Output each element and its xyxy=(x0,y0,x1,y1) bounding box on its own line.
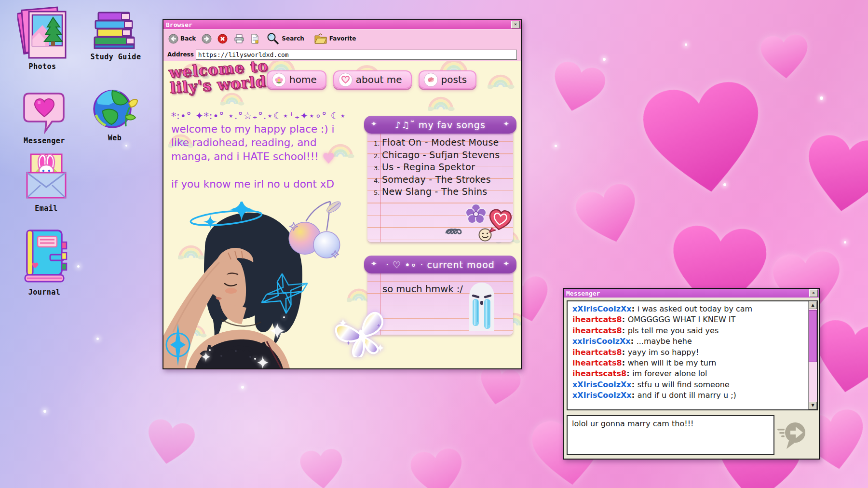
favorite-button[interactable]: Favorite xyxy=(314,33,356,44)
search-button[interactable]: Search xyxy=(267,32,304,45)
notebook-icon xyxy=(19,228,69,285)
song-item: 2.Chicago - Sufjan Stevens xyxy=(374,149,513,162)
flower-icon xyxy=(272,73,286,87)
mood-text: so much hmwk :/ xyxy=(382,284,463,295)
browser-toolbar: Back Search Favorite xyxy=(163,29,521,48)
desktop-icon-label: Messenger xyxy=(15,136,73,145)
webpage: welcome to lily's world home about me xyxy=(163,61,521,368)
address-label: Address xyxy=(167,51,194,58)
stop-button[interactable] xyxy=(217,34,228,44)
desktop-icon-label: Photos xyxy=(14,62,71,71)
desktop-icon-label: Email xyxy=(17,204,75,213)
intro-text: welcome to my happy place :) i like radi… xyxy=(171,122,342,163)
folder-icon xyxy=(314,33,327,44)
song-item: 5.New Slang - The Shins xyxy=(374,186,513,199)
secondary-text: if you know me irl no u dont xD xyxy=(171,178,334,190)
back-label: Back xyxy=(180,35,196,42)
nav-about-button[interactable]: about me xyxy=(333,70,412,89)
chat-message: iheartcats8: OMGGGGG WHAT I KNEW IT xyxy=(572,314,806,325)
scroll-down-button[interactable]: ▼ xyxy=(809,402,817,409)
chat-scrollbar[interactable]: ▲ ▼ xyxy=(808,301,817,409)
messenger-close-button[interactable]: ✕ xyxy=(809,289,818,297)
chat-message: xXIrisCoolzXx: i was asked out today by … xyxy=(572,304,806,314)
messenger-window: Messenger ✕ xXIrisCoolzXx: i was asked o… xyxy=(563,288,820,460)
nav-about-label: about me xyxy=(356,74,402,85)
desktop-icon-messenger[interactable]: Messenger xyxy=(15,89,73,145)
chat-message: iheartcats8: when will it be my turn xyxy=(572,358,806,368)
current-mood-header: · ♡ •∘ · current mood xyxy=(364,256,516,273)
desktop-icon-label: Web xyxy=(86,134,144,142)
chat-messages: xXIrisCoolzXx: i was asked out today by … xyxy=(572,304,806,408)
site-nav: home about me posts xyxy=(267,70,476,89)
chat-input[interactable]: lolol ur gonna marry cam tho!!! xyxy=(567,415,774,455)
photos-icon xyxy=(17,6,68,60)
globe-icon xyxy=(91,86,138,131)
rainbow-icon xyxy=(428,95,456,111)
browser-window: Browser ✕ Back Search xyxy=(163,19,522,369)
nav-posts-label: posts xyxy=(441,74,467,85)
send-button[interactable] xyxy=(777,418,806,451)
rainbow-icon xyxy=(488,73,515,89)
search-icon xyxy=(267,32,280,45)
messenger-titlebar[interactable]: Messenger ✕ xyxy=(564,289,819,298)
fav-songs-panel: ♪♫˜ my fav songs 1.Float On - Modest Mou… xyxy=(364,116,516,242)
desktop: Photos Study Guide Messenger xyxy=(0,0,868,488)
butterfly-sticker xyxy=(335,312,389,357)
nav-home-button[interactable]: home xyxy=(267,70,326,89)
new-page-button[interactable] xyxy=(251,34,259,44)
song-item: 4.Someday - The Strokes xyxy=(374,174,513,187)
forward-icon xyxy=(202,34,212,44)
search-label: Search xyxy=(282,35,304,42)
browser-title: Browser xyxy=(166,21,192,28)
chat-message: xxIrisCoolzXx: ...maybe hehe xyxy=(572,336,806,347)
page-title: welcome to lily's world xyxy=(168,61,270,95)
chat-message: xXIrisCoolzXx: and if u dont ill marry u… xyxy=(572,390,806,401)
address-input[interactable] xyxy=(196,50,517,60)
fav-songs-header: ♪♫˜ my fav songs xyxy=(364,116,516,134)
song-item: 3.Us - Regina Spektor xyxy=(374,162,513,174)
forward-button[interactable] xyxy=(202,34,212,44)
heart-bubble-doodle xyxy=(487,207,514,234)
browser-titlebar[interactable]: Browser ✕ xyxy=(163,20,521,29)
scroll-up-button[interactable]: ▲ xyxy=(809,301,817,309)
chat-message: iheartcats8: yayy im so happy! xyxy=(572,347,806,358)
stop-icon xyxy=(217,34,228,44)
desktop-icon-email[interactable]: Email xyxy=(17,151,75,213)
desktop-icon-label: Study Guide xyxy=(87,53,145,61)
back-icon xyxy=(168,34,178,44)
desktop-icon-study-guide[interactable]: Study Guide xyxy=(87,11,145,61)
song-item: 1.Float On - Modest Mouse xyxy=(374,137,513,149)
favorite-label: Favorite xyxy=(329,35,356,42)
cherries-sticker xyxy=(285,197,342,260)
scribble-icon xyxy=(424,73,438,87)
heart-icon: ♥ xyxy=(322,150,335,167)
desktop-icon-web[interactable]: Web xyxy=(86,86,144,142)
heart-icon xyxy=(339,73,353,87)
crying-ghost-sticker xyxy=(466,280,497,332)
sparkle-decoration: *:•° ✦*:•° ⋆.°☆₊°.⋆☾⋆⁺₊✦⋆∘° ☾⋆ xyxy=(171,110,346,122)
chat-message: iheartscats8: im forever alone lol xyxy=(572,368,806,379)
chat-bubble-heart-icon xyxy=(22,89,67,134)
back-button[interactable]: Back xyxy=(168,34,196,44)
printer-icon xyxy=(233,34,245,44)
nav-home-label: home xyxy=(289,74,317,85)
browser-close-button[interactable]: ✕ xyxy=(511,21,520,28)
desktop-icon-journal[interactable]: Journal xyxy=(15,228,73,297)
send-icon xyxy=(777,418,806,451)
rainbow-icon xyxy=(220,92,245,106)
chat-area: xXIrisCoolzXx: i was asked out today by … xyxy=(567,300,818,410)
nav-posts-button[interactable]: posts xyxy=(419,70,477,89)
chat-message: iheartcats8: pls tell me you said yes xyxy=(572,325,806,336)
print-button[interactable] xyxy=(233,34,245,44)
messenger-title: Messenger xyxy=(566,290,600,297)
chat-message: xXIrisCoolzXx: stfu u will find someone xyxy=(572,380,806,390)
desktop-icon-label: Journal xyxy=(15,288,73,297)
squiggle-doodle xyxy=(445,227,470,237)
songs-list: 1.Float On - Modest Mouse2.Chicago - Suf… xyxy=(374,137,513,199)
books-icon xyxy=(92,11,140,50)
document-icon xyxy=(251,34,259,44)
scrollbar-thumb[interactable] xyxy=(809,310,817,362)
envelope-bunny-icon xyxy=(23,151,69,202)
desktop-icon-photos[interactable]: Photos xyxy=(14,6,71,71)
flower-doodle xyxy=(464,203,488,226)
